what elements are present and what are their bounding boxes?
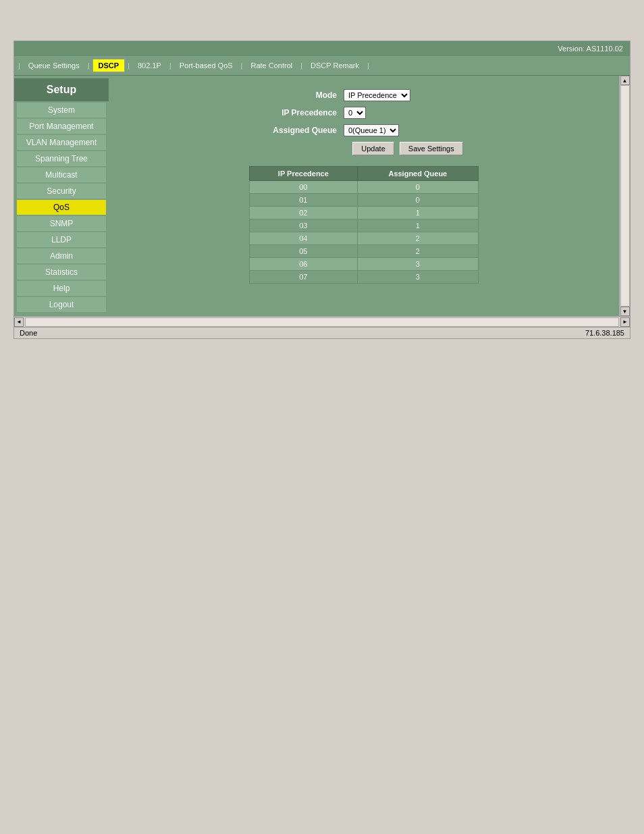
ip-value: 07: [250, 271, 358, 284]
queue-value: 2: [357, 245, 478, 258]
col-assigned-queue-header: Assigned Queue: [357, 167, 478, 181]
scroll-up-arrow[interactable]: ▲: [620, 76, 630, 85]
button-row: Update Save Settings: [249, 142, 479, 155]
h-scroll-track[interactable]: [25, 317, 619, 327]
sidebar-item-admin[interactable]: Admin: [17, 249, 106, 263]
assigned-queue-row: Assigned Queue 0(Queue 1) 1(Queue 2) 2(Q…: [249, 124, 479, 136]
sidebar-item-spanning-tree[interactable]: Spanning Tree: [17, 151, 106, 166]
sidebar: Setup System Port Management VLAN Manage…: [14, 76, 109, 316]
tab-dscp-remark[interactable]: DSCP Remark: [305, 59, 365, 72]
ip-precedence-label: IP Precedence: [249, 108, 337, 118]
mode-row: Mode IP Precedence DSCP: [249, 89, 479, 101]
ip-value: 05: [250, 245, 358, 258]
table-row: 063: [250, 258, 479, 271]
scrollbar-right[interactable]: ▲ ▼: [619, 76, 630, 316]
sidebar-item-multicast[interactable]: Multicast: [17, 167, 106, 182]
queue-value: 0: [357, 194, 478, 207]
ip-value: 02: [250, 207, 358, 219]
ip-precedence-select[interactable]: 0 1 2 3 4 5 6 7: [344, 107, 366, 119]
sidebar-item-logout[interactable]: Logout: [17, 297, 106, 312]
ip-precedence-control: 0 1 2 3 4 5 6 7: [344, 107, 366, 119]
queue-value: 3: [357, 271, 478, 284]
ip-value: 04: [250, 232, 358, 245]
tab-separator-2: |: [88, 61, 90, 70]
sidebar-item-snmp[interactable]: SNMP: [17, 216, 106, 231]
version-text: Version: AS1110.02: [558, 45, 623, 53]
mode-label: Mode: [249, 90, 337, 100]
ip-value: 00: [250, 181, 358, 194]
tab-rate-control[interactable]: Rate Control: [245, 59, 298, 72]
queue-value: 1: [357, 219, 478, 232]
ip-queue-table: IP Precedence Assigned Queue 00001002103…: [249, 166, 479, 284]
tab-separator-3: |: [128, 61, 130, 70]
col-ip-precedence-header: IP Precedence: [250, 167, 358, 181]
scroll-left-arrow[interactable]: ◄: [14, 317, 24, 327]
tab-queue-settings[interactable]: Queue Settings: [23, 59, 85, 72]
queue-value: 2: [357, 232, 478, 245]
sidebar-item-system[interactable]: System: [17, 103, 106, 118]
status-bar: Done 71.6.38.185: [14, 327, 630, 338]
sidebar-item-lldp[interactable]: LLDP: [17, 232, 106, 247]
status-right: 71.6.38.185: [585, 329, 624, 337]
ip-precedence-row: IP Precedence 0 1 2 3 4 5 6 7: [249, 107, 479, 119]
table-row: 000: [250, 181, 479, 194]
ip-value: 06: [250, 258, 358, 271]
table-wrapper: IP Precedence Assigned Queue 00001002103…: [122, 166, 606, 284]
queue-value: 0: [357, 181, 478, 194]
mode-control: IP Precedence DSCP: [344, 89, 410, 101]
scroll-track[interactable]: [620, 85, 630, 307]
queue-value: 1: [357, 207, 478, 219]
tab-separator: |: [18, 61, 20, 70]
save-settings-button[interactable]: Save Settings: [400, 142, 463, 155]
table-row: 042: [250, 232, 479, 245]
ip-value: 03: [250, 219, 358, 232]
sidebar-item-qos[interactable]: QoS: [17, 200, 106, 215]
queue-value: 3: [357, 258, 478, 271]
assigned-queue-label: Assigned Queue: [249, 126, 337, 135]
tab-separator-4: |: [169, 61, 171, 70]
tab-separator-7: |: [367, 61, 369, 70]
sidebar-item-port-management[interactable]: Port Management: [17, 119, 106, 134]
sidebar-title: Setup: [14, 78, 109, 101]
mode-select[interactable]: IP Precedence DSCP: [344, 89, 410, 101]
assigned-queue-select[interactable]: 0(Queue 1) 1(Queue 2) 2(Queue 3) 3(Queue…: [344, 124, 399, 136]
sidebar-item-help[interactable]: Help: [17, 281, 106, 296]
table-row: 073: [250, 271, 479, 284]
version-bar: Version: AS1110.02: [14, 41, 630, 56]
form-section: Mode IP Precedence DSCP IP Precedence 0 …: [122, 89, 606, 155]
sidebar-item-vlan-management[interactable]: VLAN Management: [17, 135, 106, 150]
assigned-queue-control: 0(Queue 1) 1(Queue 2) 2(Queue 3) 3(Queue…: [344, 124, 399, 136]
table-row: 031: [250, 219, 479, 232]
tab-separator-6: |: [300, 61, 302, 70]
status-left: Done: [20, 329, 37, 337]
tab-8021p[interactable]: 802.1P: [132, 59, 167, 72]
tab-bar: | Queue Settings | DSCP | 802.1P | Port-…: [14, 56, 630, 76]
tab-port-based-qos[interactable]: Port-based QoS: [174, 59, 238, 72]
table-row: 010: [250, 194, 479, 207]
update-button[interactable]: Update: [352, 142, 394, 155]
horizontal-scrollbar[interactable]: ◄ ►: [14, 316, 630, 327]
table-row: 052: [250, 245, 479, 258]
scroll-right-arrow[interactable]: ►: [620, 317, 630, 327]
tab-separator-5: |: [241, 61, 243, 70]
sidebar-item-security[interactable]: Security: [17, 184, 106, 199]
tab-dscp[interactable]: DSCP: [92, 59, 126, 72]
scroll-down-arrow[interactable]: ▼: [620, 307, 630, 316]
ip-value: 01: [250, 194, 358, 207]
content-area: Mode IP Precedence DSCP IP Precedence 0 …: [109, 76, 619, 316]
table-row: 021: [250, 207, 479, 219]
sidebar-item-statistics[interactable]: Statistics: [17, 265, 106, 280]
